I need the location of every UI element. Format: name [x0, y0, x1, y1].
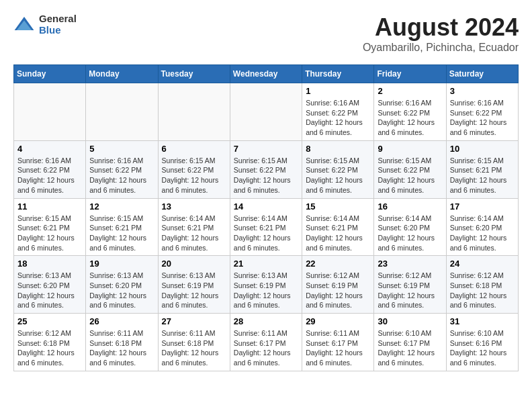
day-of-week-header: Monday — [86, 65, 158, 83]
day-number: 20 — [162, 259, 226, 269]
day-number: 14 — [234, 201, 298, 212]
calendar-week-row: 1Sunrise: 6:16 AM Sunset: 6:22 PM Daylig… — [14, 83, 519, 141]
logo: General Blue — [13, 13, 77, 36]
calendar-day-cell: 19Sunrise: 6:13 AM Sunset: 6:20 PM Dayli… — [86, 256, 158, 314]
day-of-week-header: Sunday — [14, 65, 86, 83]
calendar-day-cell: 17Sunrise: 6:14 AM Sunset: 6:20 PM Dayli… — [446, 198, 518, 256]
day-info: Sunrise: 6:15 AM Sunset: 6:21 PM Dayligh… — [17, 214, 82, 253]
day-number: 21 — [234, 259, 298, 269]
day-info: Sunrise: 6:13 AM Sunset: 6:19 PM Dayligh… — [162, 271, 226, 310]
calendar-day-cell: 12Sunrise: 6:15 AM Sunset: 6:21 PM Dayli… — [86, 198, 158, 256]
day-info: Sunrise: 6:12 AM Sunset: 6:19 PM Dayligh… — [378, 271, 442, 310]
day-info: Sunrise: 6:13 AM Sunset: 6:20 PM Dayligh… — [17, 271, 82, 310]
calendar-day-cell: 20Sunrise: 6:13 AM Sunset: 6:19 PM Dayli… — [158, 256, 230, 314]
day-number: 29 — [306, 316, 370, 326]
calendar-day-cell: 25Sunrise: 6:12 AM Sunset: 6:18 PM Dayli… — [14, 314, 86, 371]
calendar-day-cell: 14Sunrise: 6:14 AM Sunset: 6:21 PM Dayli… — [230, 198, 302, 256]
day-number: 22 — [306, 259, 370, 269]
logo-general-text: General — [39, 13, 77, 25]
calendar-day-cell: 28Sunrise: 6:11 AM Sunset: 6:17 PM Dayli… — [230, 314, 302, 371]
day-number: 24 — [450, 259, 515, 269]
day-number: 28 — [234, 316, 298, 326]
day-of-week-header: Wednesday — [230, 65, 302, 83]
calendar-week-row: 11Sunrise: 6:15 AM Sunset: 6:21 PM Dayli… — [14, 198, 519, 256]
day-of-week-header: Saturday — [446, 65, 518, 83]
day-info: Sunrise: 6:12 AM Sunset: 6:18 PM Dayligh… — [17, 328, 82, 368]
day-number: 3 — [450, 86, 515, 96]
day-number: 31 — [450, 316, 515, 326]
calendar-day-cell: 11Sunrise: 6:15 AM Sunset: 6:21 PM Dayli… — [14, 198, 86, 256]
day-info: Sunrise: 6:15 AM Sunset: 6:22 PM Dayligh… — [162, 156, 226, 195]
day-info: Sunrise: 6:16 AM Sunset: 6:22 PM Dayligh… — [17, 156, 82, 195]
day-info: Sunrise: 6:10 AM Sunset: 6:16 PM Dayligh… — [450, 328, 515, 368]
day-info: Sunrise: 6:15 AM Sunset: 6:22 PM Dayligh… — [306, 156, 370, 195]
day-number: 7 — [234, 144, 298, 154]
calendar-day-cell — [14, 83, 86, 141]
day-number: 1 — [306, 86, 370, 96]
day-info: Sunrise: 6:14 AM Sunset: 6:21 PM Dayligh… — [162, 214, 226, 253]
day-number: 2 — [378, 86, 442, 96]
day-info: Sunrise: 6:11 AM Sunset: 6:17 PM Dayligh… — [306, 328, 370, 368]
calendar-week-row: 18Sunrise: 6:13 AM Sunset: 6:20 PM Dayli… — [14, 256, 519, 314]
day-number: 10 — [450, 144, 515, 154]
calendar-day-cell: 22Sunrise: 6:12 AM Sunset: 6:19 PM Dayli… — [302, 256, 374, 314]
day-info: Sunrise: 6:15 AM Sunset: 6:21 PM Dayligh… — [89, 214, 154, 253]
day-info: Sunrise: 6:16 AM Sunset: 6:22 PM Dayligh… — [450, 98, 515, 138]
calendar-day-cell: 10Sunrise: 6:15 AM Sunset: 6:21 PM Dayli… — [446, 140, 518, 198]
calendar-day-cell: 5Sunrise: 6:16 AM Sunset: 6:22 PM Daylig… — [86, 140, 158, 198]
header: General Blue August 2024 Oyambarillo, Pi… — [13, 13, 519, 54]
day-number: 11 — [17, 201, 82, 212]
day-info: Sunrise: 6:11 AM Sunset: 6:18 PM Dayligh… — [162, 328, 226, 368]
day-number: 19 — [89, 259, 154, 269]
day-of-week-header: Thursday — [302, 65, 374, 83]
calendar-day-cell: 1Sunrise: 6:16 AM Sunset: 6:22 PM Daylig… — [302, 83, 374, 141]
calendar-day-cell — [86, 83, 158, 141]
day-info: Sunrise: 6:11 AM Sunset: 6:18 PM Dayligh… — [89, 328, 154, 368]
calendar-day-cell: 31Sunrise: 6:10 AM Sunset: 6:16 PM Dayli… — [446, 314, 518, 371]
day-number: 5 — [89, 144, 154, 154]
location-title: Oyambarillo, Pichincha, Ecuador — [363, 42, 519, 54]
calendar-day-cell: 23Sunrise: 6:12 AM Sunset: 6:19 PM Dayli… — [374, 256, 446, 314]
calendar-table: SundayMondayTuesdayWednesdayThursdayFrid… — [13, 64, 519, 371]
day-number: 18 — [17, 259, 82, 269]
calendar-day-cell: 7Sunrise: 6:15 AM Sunset: 6:22 PM Daylig… — [230, 140, 302, 198]
calendar-day-cell: 26Sunrise: 6:11 AM Sunset: 6:18 PM Dayli… — [86, 314, 158, 371]
title-section: August 2024 Oyambarillo, Pichincha, Ecua… — [363, 13, 519, 54]
calendar-day-cell — [230, 83, 302, 141]
day-number: 16 — [378, 201, 442, 212]
calendar-day-cell: 29Sunrise: 6:11 AM Sunset: 6:17 PM Dayli… — [302, 314, 374, 371]
calendar-day-cell: 8Sunrise: 6:15 AM Sunset: 6:22 PM Daylig… — [302, 140, 374, 198]
header-row: SundayMondayTuesdayWednesdayThursdayFrid… — [14, 65, 519, 83]
logo-icon — [13, 14, 35, 36]
day-info: Sunrise: 6:14 AM Sunset: 6:20 PM Dayligh… — [450, 214, 515, 253]
day-number: 12 — [89, 201, 154, 212]
day-info: Sunrise: 6:13 AM Sunset: 6:20 PM Dayligh… — [89, 271, 154, 310]
day-info: Sunrise: 6:12 AM Sunset: 6:18 PM Dayligh… — [450, 271, 515, 310]
day-number: 27 — [162, 316, 226, 326]
day-info: Sunrise: 6:16 AM Sunset: 6:22 PM Dayligh… — [89, 156, 154, 195]
day-number: 17 — [450, 201, 515, 212]
day-number: 4 — [17, 144, 82, 154]
calendar-day-cell: 9Sunrise: 6:15 AM Sunset: 6:22 PM Daylig… — [374, 140, 446, 198]
day-number: 8 — [306, 144, 370, 154]
day-number: 26 — [89, 316, 154, 326]
day-number: 15 — [306, 201, 370, 212]
day-info: Sunrise: 6:16 AM Sunset: 6:22 PM Dayligh… — [378, 98, 442, 138]
calendar-week-row: 25Sunrise: 6:12 AM Sunset: 6:18 PM Dayli… — [14, 314, 519, 371]
day-info: Sunrise: 6:14 AM Sunset: 6:21 PM Dayligh… — [234, 214, 298, 253]
calendar-day-cell: 13Sunrise: 6:14 AM Sunset: 6:21 PM Dayli… — [158, 198, 230, 256]
day-info: Sunrise: 6:12 AM Sunset: 6:19 PM Dayligh… — [306, 271, 370, 310]
calendar-day-cell: 15Sunrise: 6:14 AM Sunset: 6:21 PM Dayli… — [302, 198, 374, 256]
day-of-week-header: Friday — [374, 65, 446, 83]
day-info: Sunrise: 6:15 AM Sunset: 6:21 PM Dayligh… — [450, 156, 515, 195]
day-info: Sunrise: 6:13 AM Sunset: 6:19 PM Dayligh… — [234, 271, 298, 310]
calendar-day-cell: 6Sunrise: 6:15 AM Sunset: 6:22 PM Daylig… — [158, 140, 230, 198]
day-info: Sunrise: 6:10 AM Sunset: 6:17 PM Dayligh… — [378, 328, 442, 368]
calendar-day-cell: 24Sunrise: 6:12 AM Sunset: 6:18 PM Dayli… — [446, 256, 518, 314]
day-number: 9 — [378, 144, 442, 154]
day-number: 23 — [378, 259, 442, 269]
calendar-body: 1Sunrise: 6:16 AM Sunset: 6:22 PM Daylig… — [14, 83, 519, 371]
day-number: 30 — [378, 316, 442, 326]
calendar-day-cell: 2Sunrise: 6:16 AM Sunset: 6:22 PM Daylig… — [374, 83, 446, 141]
calendar-day-cell: 18Sunrise: 6:13 AM Sunset: 6:20 PM Dayli… — [14, 256, 86, 314]
